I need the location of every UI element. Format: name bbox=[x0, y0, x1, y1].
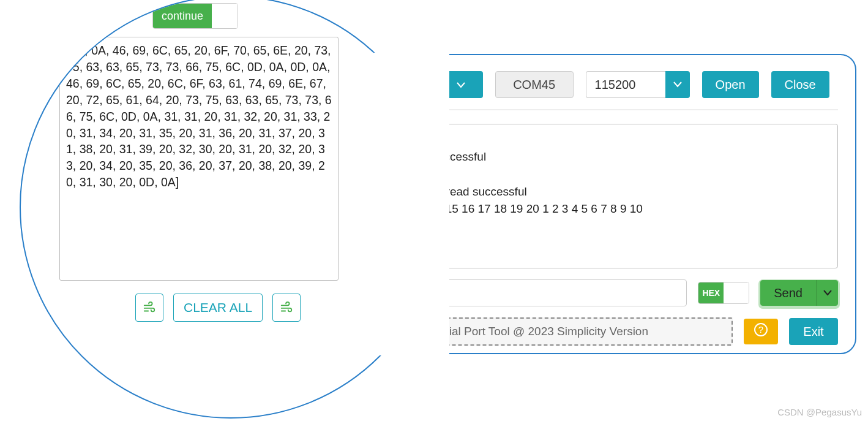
watermark: CSDN @PegasusYu bbox=[777, 407, 862, 417]
caret-down-icon bbox=[823, 290, 832, 296]
wind-right-button[interactable] bbox=[272, 294, 301, 322]
baud-dropdown-button[interactable] bbox=[665, 71, 690, 98]
hex-toggle-label: HEX bbox=[698, 283, 724, 303]
baud-group bbox=[586, 71, 690, 98]
svg-text:?: ? bbox=[758, 324, 763, 335]
open-button[interactable]: Open bbox=[702, 71, 759, 98]
hex-toggle-track bbox=[724, 283, 749, 303]
send-button[interactable]: Send bbox=[760, 280, 816, 306]
question-icon: ? bbox=[754, 322, 768, 337]
wind-icon bbox=[143, 301, 156, 314]
exit-button[interactable]: Exit bbox=[789, 318, 838, 345]
wind-left-button[interactable] bbox=[135, 294, 163, 322]
help-button[interactable]: ? bbox=[744, 319, 778, 344]
layout-mask bbox=[351, 53, 449, 355]
continue-toggle-track bbox=[212, 4, 238, 28]
caret-down-icon bbox=[673, 82, 682, 88]
close-button[interactable]: Close bbox=[771, 71, 829, 98]
caret-down-icon bbox=[457, 82, 465, 88]
continue-toggle-label: continue bbox=[153, 4, 212, 28]
send-dropdown-button[interactable] bbox=[816, 280, 838, 306]
continue-toggle[interactable]: continue bbox=[152, 3, 238, 29]
clear-all-button[interactable]: CLEAR ALL bbox=[173, 294, 263, 322]
send-button-group: Send bbox=[760, 280, 838, 306]
com-port-field[interactable] bbox=[495, 71, 574, 98]
wind-icon bbox=[280, 301, 293, 314]
hex-dump-textarea[interactable]: [0D, 0A, 46, 69, 6C, 65, 20, 6F, 70, 65,… bbox=[59, 37, 339, 281]
baud-rate-field[interactable] bbox=[586, 71, 665, 98]
hex-toggle[interactable]: HEX bbox=[698, 282, 749, 304]
hex-buttons-row: CLEAR ALL bbox=[135, 294, 301, 322]
